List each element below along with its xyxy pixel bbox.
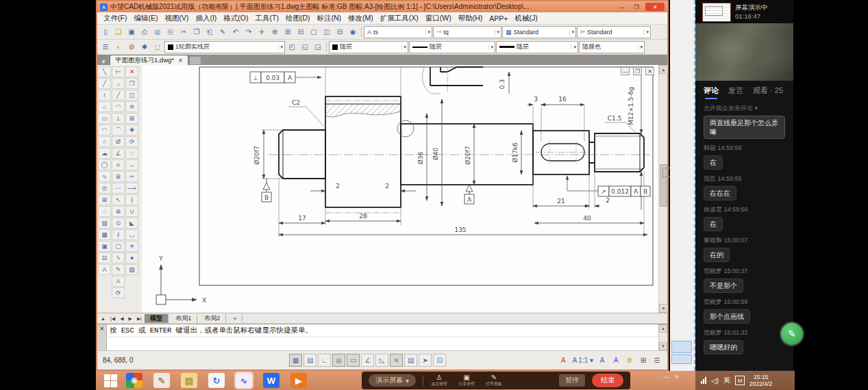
document-tab[interactable]: 平面图形练习1.dwg* ✕ <box>110 55 188 65</box>
rectangle-tool-button[interactable]: ▭ <box>98 113 111 124</box>
array-tool-button[interactable]: ⊞ <box>125 113 138 124</box>
ordinate-dim-tool-button[interactable]: ⊥ <box>112 113 125 124</box>
snap-toggle[interactable]: ▤ <box>303 354 317 367</box>
tab-comments[interactable]: 评论 <box>704 86 719 99</box>
trim-tool-button[interactable]: ✂ <box>125 171 138 182</box>
viewport-three-button[interactable]: ⊟ <box>334 27 346 38</box>
line-tool-button[interactable]: ╲ <box>98 66 111 77</box>
chevron-down-icon[interactable]: ▾ <box>495 29 499 35</box>
menu-item[interactable]: APP+ <box>486 14 511 23</box>
vertical-scrollbar[interactable]: ▲ ▼ <box>658 65 667 313</box>
app-browser-taskbar-button[interactable]: ❋ <box>126 373 142 388</box>
zoom-window-button[interactable]: ⊞ <box>282 27 294 38</box>
fillet-tool-button[interactable]: ◡ <box>125 229 138 240</box>
linear-dim-tool-button[interactable]: ⟓ <box>112 78 125 89</box>
end-share-button[interactable]: 结束 <box>592 374 623 387</box>
construction-line-tool-button[interactable]: ╱ <box>98 78 111 89</box>
inspect-dim-tool-button[interactable]: ▢ <box>112 241 125 252</box>
text-style-combo[interactable]: A ts ▾ <box>364 26 432 38</box>
quick-dim-tool-button[interactable]: ≡ <box>112 159 125 170</box>
chevron-down-icon[interactable]: ▾ <box>401 44 406 50</box>
chevron-down-icon[interactable]: ▾ <box>569 29 574 35</box>
copy-button[interactable]: ❐ <box>190 27 203 38</box>
new-tab-button[interactable] <box>190 57 201 64</box>
redo-button[interactable]: ↷ <box>243 27 255 38</box>
menu-item[interactable]: 机械(J) <box>511 14 541 23</box>
properties-match-tool-button[interactable]: ▨ <box>125 264 138 275</box>
layout-nav-button[interactable]: ▶ <box>127 316 134 322</box>
ellipse-tool-button[interactable]: ◯ <box>98 159 111 170</box>
chevron-down-icon[interactable]: ▾ <box>571 44 576 50</box>
scroll-up-icon[interactable]: ▲ <box>659 324 667 333</box>
chevron-down-icon[interactable]: ▾ <box>638 44 643 50</box>
minimize-button[interactable]: — <box>615 3 628 11</box>
jogged-dim-tool-button[interactable]: ϟ <box>112 252 125 263</box>
lock-new-viewport-button[interactable]: ◱ <box>299 42 311 53</box>
grid-toggle[interactable]: ▦ <box>289 354 302 367</box>
annotation-scale-button[interactable]: A 1:1 ▾ <box>572 355 593 366</box>
share-manage-button[interactable]: ▣ 分享管理 <box>458 374 475 387</box>
lineweight-combo[interactable]: 随层 ▾ <box>496 41 578 53</box>
chevron-down-icon[interactable]: ▾ <box>425 29 430 35</box>
tab-menu-button[interactable]: ▼ <box>99 59 108 65</box>
chamfer-tool-button[interactable]: ◣ <box>125 218 138 229</box>
lock-layer-button[interactable]: ◲ <box>312 42 324 53</box>
open-button[interactable]: ❏ <box>112 27 125 38</box>
menu-item[interactable]: 标注(N) <box>314 14 345 23</box>
layout-nav-button[interactable]: ◀ <box>119 316 125 322</box>
layer-combo[interactable]: 1轮廓实线层 ▾ <box>164 41 285 53</box>
menu-item[interactable]: 扩展工具(X) <box>377 14 422 23</box>
annotation-toggle-toggle[interactable]: ⊡ <box>433 354 446 367</box>
tab-layout2[interactable]: 布局2 <box>199 314 226 323</box>
circle-tool-button[interactable]: ○ <box>98 136 111 147</box>
insert-block-tool-button[interactable]: ⊞ <box>98 194 111 205</box>
layer-lock-button[interactable]: ◻ <box>151 42 164 53</box>
offset-tool-button[interactable]: ≋ <box>125 101 138 112</box>
linetype-combo[interactable]: 随层 ▾ <box>409 41 495 53</box>
scale-tool-button[interactable]: ∷ <box>125 148 138 159</box>
app-paint-taskbar-button[interactable]: ✎ <box>153 373 170 388</box>
zoom-previous-button[interactable]: ⊟ <box>295 27 307 38</box>
scroll-down-icon[interactable]: ▼ <box>659 304 668 313</box>
menu-item[interactable]: 格式(O) <box>220 14 251 23</box>
new-button[interactable]: ▯ <box>99 27 112 38</box>
status-menu-button[interactable]: ☰ <box>652 355 662 366</box>
menu-item[interactable]: 视图(V) <box>161 14 192 23</box>
pause-share-button[interactable]: 暂停 <box>559 374 585 387</box>
viewport-two-button[interactable]: ◫ <box>321 27 333 38</box>
layout-nav-button[interactable]: |◀ <box>109 316 116 322</box>
extend-tool-button[interactable]: ⟶ <box>125 183 138 194</box>
layer-properties-button[interactable]: ☰ <box>99 42 112 53</box>
chevron-down-icon[interactable]: ▾ <box>488 44 493 50</box>
spline-tool-button[interactable]: ∿ <box>98 171 111 182</box>
menu-item[interactable]: 窗口(W) <box>422 14 455 23</box>
draw-order-tool-button[interactable]: ● <box>125 252 138 263</box>
continue-dim-tool-button[interactable]: ⋯ <box>112 183 125 194</box>
tab-close-icon[interactable]: ✕ <box>178 57 183 64</box>
lock-viewport-button[interactable]: ◰ <box>286 42 298 53</box>
dim-break-tool-button[interactable]: ∤ <box>112 229 125 240</box>
lineweight-toggle-toggle[interactable]: ▤ <box>404 354 417 367</box>
command-close-button[interactable]: ✕ <box>97 324 107 350</box>
scrollbar-thumb[interactable] <box>660 164 667 207</box>
clean-screen-button[interactable]: ⊞ <box>638 355 648 366</box>
tab-speak[interactable]: 发言 <box>728 86 743 99</box>
floatbar-app-icon[interactable]: ❖ <box>674 374 680 380</box>
menu-item[interactable]: 编辑(E) <box>130 14 161 23</box>
layer-freeze-button[interactable]: ✱ <box>138 42 151 53</box>
publish-button[interactable]: ⎘ <box>164 27 177 38</box>
menu-item[interactable]: 文件(F) <box>100 14 130 23</box>
app-video-taskbar-button[interactable]: ▶ <box>290 373 307 388</box>
osnap-toggle[interactable]: ▭ <box>347 354 360 367</box>
mdi-restore-button[interactable]: ❐ <box>633 67 642 75</box>
webcam-video[interactable] <box>695 23 793 81</box>
menu-item[interactable]: 帮助(H) <box>455 14 486 23</box>
copy-obj-tool-button[interactable]: ❐ <box>125 78 138 89</box>
menu-item[interactable]: 工具(T) <box>252 14 282 23</box>
command-input[interactable] <box>107 337 658 350</box>
leader-tool-button[interactable]: ↖ <box>112 194 125 205</box>
save-button[interactable]: ▣ <box>125 27 138 38</box>
app-wps-taskbar-button[interactable]: W <box>263 373 280 388</box>
help-button[interactable]: ◉ <box>347 27 359 38</box>
command-line-panel[interactable]: ✕ 按 ESC 或 ENTER 键退出，或者单击鼠标右键显示快捷菜单。 ▲ ▼ <box>97 324 667 350</box>
